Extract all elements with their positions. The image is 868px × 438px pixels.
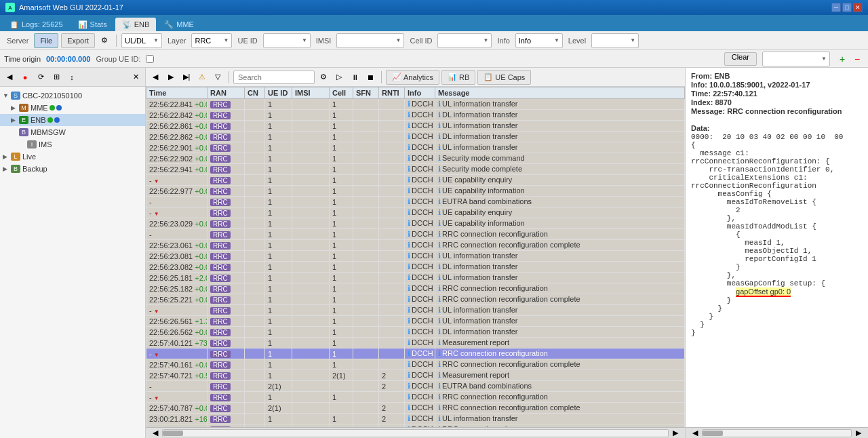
table-row[interactable]: 22:56:22.902 +0.001 ▼ RRC 1 1 ℹDCCH ℹSec… bbox=[146, 153, 685, 164]
right-panel-scrollbar[interactable]: ◀ ▶ bbox=[686, 427, 868, 438]
nav-prev-btn[interactable]: ◀ bbox=[149, 71, 162, 84]
col-header-info: Info bbox=[405, 87, 435, 99]
table-row[interactable]: 22:56:22.861 +0.019 ▲ RRC 1 1 ℹDCCH ℹUL … bbox=[146, 121, 685, 132]
warning-icon-btn[interactable]: ⚠ bbox=[195, 71, 209, 84]
table-row[interactable]: 22:56:23.082 +0.001 ▼ RRC 1 1 ℹDCCH ℹDL … bbox=[146, 262, 685, 273]
rp-scrollbar-h[interactable] bbox=[702, 429, 852, 437]
sidebar-close-btn[interactable]: ✕ bbox=[129, 71, 142, 84]
sidebar-item-mbmsgw[interactable]: B MBMSGW bbox=[0, 126, 145, 138]
sidebar-btn2[interactable]: ● bbox=[18, 71, 32, 84]
table-row[interactable]: 22:56:26.561 +1.340 ▲ RRC 1 1 ℹDCCH ℹUL … bbox=[146, 316, 685, 327]
table-row[interactable]: 22:56:22.977 +0.036 ▲ RRC 1 1 ℹDCCH ℹUE … bbox=[146, 186, 685, 197]
scroll-left-btn[interactable]: ◀ bbox=[149, 427, 162, 438]
table-row[interactable]: - RRC 2(1) 2 ℹDCCH ℹEUTRA band combinati… bbox=[146, 381, 685, 392]
cell-info: ℹDCCH bbox=[405, 218, 435, 229]
time-value[interactable]: 00:00:00.000 bbox=[46, 55, 90, 63]
tab-enb[interactable]: 📡 ENB bbox=[115, 18, 157, 31]
table-row[interactable]: - ▼ RRC 1 1 ℹDCCH ℹUL information transf… bbox=[146, 305, 685, 316]
sidebar-item-enb[interactable]: ▶ E ENB bbox=[0, 114, 145, 126]
imsi-dropdown[interactable]: ▼ bbox=[336, 33, 404, 48]
cell-cell: 1 bbox=[330, 164, 353, 175]
file-button[interactable]: File bbox=[34, 33, 58, 48]
export-button[interactable]: Export bbox=[61, 33, 95, 48]
sidebar-item-ims[interactable]: I IMS bbox=[0, 138, 145, 151]
cell-info: ℹDCCH bbox=[405, 338, 435, 349]
search-options-btn[interactable]: ⚙ bbox=[317, 71, 330, 84]
cell-cn bbox=[245, 327, 265, 338]
table-row[interactable]: - ▼ RRC 1 1 ℹDCCH ℹRRC connection reconf… bbox=[146, 392, 685, 403]
table-row[interactable]: 23:00:21.821 +161.034 ▲ RRC 1 1 2 ℹDCCH … bbox=[146, 414, 685, 424]
table-row[interactable]: - ▼ RRC 1 1 ℹDCCH ℹUE capability enquiry bbox=[146, 175, 685, 186]
cell-ueid: 1 bbox=[265, 175, 292, 186]
analytics-button[interactable]: 📈 Analytics bbox=[386, 70, 439, 85]
table-row[interactable]: 22:56:22.901 +0.039 ▲ RRC 1 1 ℹDCCH ℹUL … bbox=[146, 142, 685, 153]
sidebar-btn3[interactable]: ⟳ bbox=[34, 71, 47, 84]
cell-sfn bbox=[353, 164, 379, 175]
group-checkbox[interactable] bbox=[146, 55, 154, 63]
table-row[interactable]: 22:57:40.161 +0.040 ▲ RRC 1 1 ℹDCCH ℹRRC… bbox=[146, 359, 685, 370]
uecaps-button[interactable]: 📋 UE Caps bbox=[477, 70, 531, 85]
table-row[interactable]: 22:56:22.841 +0.059 ▲ RRC 1 1 ℹDCCH ℹUL … bbox=[146, 99, 685, 110]
pause-btn[interactable]: ⏸ bbox=[348, 71, 361, 84]
cellid-dropdown[interactable]: ▼ bbox=[437, 33, 492, 48]
bottom-scrollbar[interactable]: ◀ ▶ bbox=[146, 427, 685, 438]
rp-scroll-left[interactable]: ◀ bbox=[688, 427, 702, 438]
nav-next-btn[interactable]: ▶ bbox=[164, 71, 178, 84]
table-row[interactable]: 22:56:23.029 +0.052 ▲ RRC 1 1 ℹDCCH ℹUE … bbox=[146, 218, 685, 229]
sidebar-btn5[interactable]: ↕ bbox=[65, 71, 79, 84]
play-btn[interactable]: ▷ bbox=[332, 71, 346, 84]
maximize-button[interactable]: □ bbox=[842, 3, 852, 12]
main-layout: ◀ ● ⟳ ⊞ ↕ ✕ ▼ S CBC-2021050100 ▶ M MME bbox=[0, 68, 868, 438]
sidebar-item-live[interactable]: ▶ L Live bbox=[0, 151, 145, 163]
table-row[interactable]: 22:57:40.787 +0.066 ▲ RRC 2(1) 2 ℹDCCH ℹ… bbox=[146, 403, 685, 414]
table-row[interactable]: - RRC 1 1 ℹDCCH ℹEUTRA band combinations bbox=[146, 197, 685, 207]
sidebar-item-backup[interactable]: ▶ B Backup bbox=[0, 163, 145, 175]
tab-stats[interactable]: 📊 Stats bbox=[71, 18, 114, 31]
rb-button[interactable]: 📊 RB bbox=[441, 70, 475, 85]
table-row[interactable]: 22:56:23.081 +0.020 ▲ RRC 1 1 ℹDCCH ℹUL … bbox=[146, 251, 685, 262]
scroll-right-btn[interactable]: ▶ bbox=[669, 427, 682, 438]
direction-dropdown[interactable]: UL/DL ▼ bbox=[121, 33, 162, 48]
sidebar-item-mme[interactable]: ▶ M MME bbox=[0, 102, 145, 114]
table-row[interactable]: 22:56:23.061 +0.032 ▲ RRC 1 1 ℹDCCH ℹRRC… bbox=[146, 240, 685, 251]
table-row[interactable]: 22:56:25.182 +0.001 ▼ RRC 1 1 ℹDCCH ℹRRC… bbox=[146, 283, 685, 294]
table-row[interactable]: 22:56:22.862 +0.001 ▼ RRC 1 1 ℹDCCH ℹDL … bbox=[146, 132, 685, 142]
sidebar-btn4[interactable]: ⊞ bbox=[50, 71, 63, 84]
table-row[interactable]: 22:56:26.562 +0.001 ▼ RRC 1 1 ℹDCCH ℹDL … bbox=[146, 327, 685, 338]
horizontal-scrollbar[interactable] bbox=[162, 429, 669, 437]
ueid-dropdown[interactable]: ▼ bbox=[263, 33, 311, 48]
cell-time: - ▼ bbox=[146, 349, 208, 359]
level-dropdown[interactable]: ▼ bbox=[591, 33, 639, 48]
clear-button[interactable]: Clear bbox=[724, 52, 757, 66]
table-row[interactable]: 22:56:25.221 +0.039 ▲ RRC 1 1 ℹDCCH ℹRRC… bbox=[146, 294, 685, 305]
table-row[interactable]: - RRC 1 1 ℹDCCH ℹRRC connection reconfig… bbox=[146, 229, 685, 240]
table-row[interactable]: 22:56:22.842 +0.001 ▼ RRC 1 1 ℹDCCH ℹDL … bbox=[146, 110, 685, 121]
cell-info: ℹDCCH bbox=[405, 414, 435, 424]
table-row[interactable]: 22:57:40.121 +73.559 ▲ RRC 1 1 ℹDCCH ℹMe… bbox=[146, 338, 685, 349]
extra-dropdown[interactable]: ▼ bbox=[762, 52, 830, 66]
stop-btn[interactable]: ⏹ bbox=[363, 71, 377, 84]
cell-ueid: 1 bbox=[265, 164, 292, 175]
sidebar-btn1[interactable]: ◀ bbox=[3, 71, 16, 84]
table-row[interactable]: - ▼ RRC 1 1 ℹDCCH ℹRRC connection reconf… bbox=[146, 349, 685, 359]
remove-filter-button[interactable]: − bbox=[850, 52, 864, 66]
nav-last-btn[interactable]: ▶| bbox=[180, 71, 193, 84]
close-button[interactable]: ✕ bbox=[853, 3, 863, 12]
add-filter-button[interactable]: + bbox=[835, 52, 849, 66]
tab-mme[interactable]: 🔧 MME bbox=[157, 18, 201, 31]
search-input[interactable] bbox=[233, 71, 315, 84]
layer-dropdown[interactable]: RRC ▼ bbox=[191, 33, 232, 48]
cell-imsi bbox=[292, 414, 330, 424]
table-row[interactable]: 22:57:40.721 +0.560 ▲ RRC 1 2(1) 2 ℹDCCH… bbox=[146, 370, 685, 381]
table-row[interactable]: - ▼ RRC 1 1 ℹDCCH ℹUE capability enquiry bbox=[146, 207, 685, 218]
tab-logs[interactable]: 📋 Logs: 25625 bbox=[3, 18, 70, 31]
message-table-container[interactable]: Time RAN CN UE ID IMSI Cell SFN RNTI Inf… bbox=[146, 87, 685, 427]
table-row[interactable]: 22:56:25.181 +2.099 ▲ RRC 1 1 ℹDCCH ℹUL … bbox=[146, 273, 685, 283]
table-row[interactable]: 22:56:22.941 +0.039 ▲ RRC 1 1 ℹDCCH ℹSec… bbox=[146, 164, 685, 175]
rp-scroll-right[interactable]: ▶ bbox=[852, 427, 865, 438]
settings-icon-btn[interactable]: ⚙ bbox=[98, 34, 111, 47]
minimize-button[interactable]: ─ bbox=[831, 3, 841, 12]
tree-root[interactable]: ▼ S CBC-2021050100 bbox=[0, 89, 145, 102]
info-dropdown[interactable]: Info ▼ bbox=[515, 33, 563, 48]
filter-icon-btn[interactable]: ▽ bbox=[211, 71, 224, 84]
